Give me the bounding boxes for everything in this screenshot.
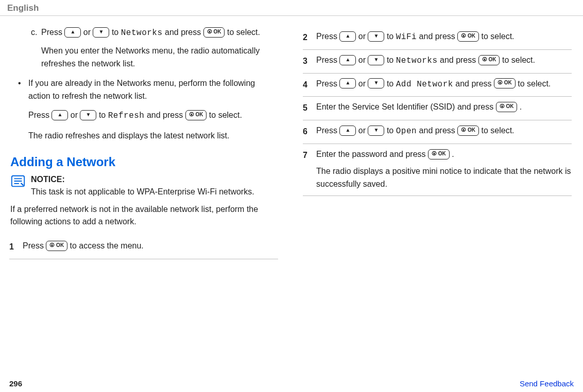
step-4: 4 Press ▲ or ▼ to Add Network and press … (303, 74, 572, 97)
step-num: 6 (303, 124, 316, 138)
bullet-item: • If you are already in the Networks men… (5, 77, 278, 103)
down-key-icon: ▼ (80, 110, 96, 120)
up-key-icon: ▲ (339, 126, 356, 136)
text: to select. (482, 32, 515, 41)
step-num: 5 (303, 101, 316, 115)
text: Press (316, 56, 339, 64)
text: Enter the password and press (316, 150, 428, 158)
step-num: 1 (9, 240, 23, 254)
bullet-mark: • (18, 77, 21, 90)
bullet-text: If you are already in the Networks menu,… (28, 79, 255, 100)
step-2: 2 Press ▲ or ▼ to WiFi and press ⦿ OK to… (303, 26, 572, 50)
step-5: 5 Enter the Service Set Identifier (SSID… (303, 97, 572, 120)
step-body: Press ⦿ OK to access the menu. (23, 240, 278, 254)
text: to (387, 126, 396, 135)
text: Press (316, 79, 339, 88)
step-body: Enter the password and press ⦿ OK . The … (316, 148, 572, 190)
ok-key-icon: ⦿ OK (478, 55, 500, 65)
page-number: 296 (9, 379, 22, 388)
text: to select. (518, 79, 551, 88)
text: Press (28, 111, 52, 119)
substep-c-label: c. (31, 26, 37, 39)
notice-block: NOTICE: This task is not applicable to W… (5, 173, 278, 198)
down-key-icon: ▼ (368, 31, 384, 42)
step-num: 3 (303, 54, 316, 68)
step-3: 3 Press ▲ or ▼ to Networks and press ⦿ O… (303, 50, 572, 74)
ok-key-icon: ⦿ OK (185, 110, 207, 120)
text: to select. (502, 56, 535, 64)
text: to select. (227, 28, 260, 37)
text: and press (419, 126, 458, 135)
text: or (358, 56, 368, 64)
step-6: 6 Press ▲ or ▼ to Open and press ⦿ OK to… (303, 120, 572, 144)
menu-wifi: WiFi (396, 32, 417, 42)
step-num: 4 (303, 78, 316, 92)
text: Press (23, 241, 46, 250)
ok-key-icon: ⦿ OK (494, 78, 516, 88)
down-key-icon: ▼ (368, 126, 384, 136)
up-key-icon: ▲ (339, 55, 356, 65)
refresh-instruction: Press ▲ or ▼ to Refresh and press ⦿ OK t… (5, 109, 278, 122)
step-1: 1 Press ⦿ OK to access the menu. (9, 236, 278, 259)
menu-networks: Networks (396, 56, 438, 65)
text: Press (41, 28, 64, 37)
right-column: 2 Press ▲ or ▼ to WiFi and press ⦿ OK to… (299, 26, 572, 259)
text: or (358, 32, 368, 41)
left-column: c. Press ▲ or ▼ to Networks and press ⦿ … (5, 26, 278, 259)
step-7-result: The radio displays a positive mini notic… (316, 165, 572, 191)
step-num: 2 (303, 30, 316, 44)
send-feedback-link[interactable]: Send Feedback (520, 379, 574, 388)
step-body: Press ▲ or ▼ to WiFi and press ⦿ OK to s… (316, 30, 572, 44)
up-key-icon: ▲ (52, 110, 68, 120)
ok-key-icon: ⦿ OK (496, 102, 518, 112)
refresh-result: The radio refreshes and displays the lat… (5, 130, 278, 142)
text: and press (147, 111, 185, 119)
text: Press (316, 126, 339, 135)
text: to (99, 111, 108, 119)
section-heading: Adding a Network (5, 155, 278, 169)
ok-key-icon: ⦿ OK (428, 149, 450, 159)
menu-add-network: Add Network (396, 80, 453, 89)
text: Press (316, 32, 339, 41)
down-key-icon: ▼ (93, 27, 109, 38)
text: and press (165, 28, 203, 37)
text: and press (440, 56, 478, 64)
ok-key-icon: ⦿ OK (457, 126, 479, 136)
substep-c: c. Press ▲ or ▼ to Networks and press ⦿ … (5, 26, 278, 70)
menu-open: Open (396, 127, 417, 136)
up-key-icon: ▲ (64, 27, 81, 38)
text: or (83, 28, 93, 37)
notice-icon (10, 173, 26, 198)
text: to (387, 32, 396, 41)
down-key-icon: ▼ (368, 78, 384, 88)
footer: 296 Send Feedback (0, 379, 583, 388)
step-7: 7 Enter the password and press ⦿ OK . Th… (303, 144, 572, 196)
text: to (387, 56, 396, 64)
text: Enter the Service Set Identifier (SSID) … (316, 102, 496, 111)
menu-refresh: Refresh (108, 111, 145, 120)
step-body: Press ▲ or ▼ to Networks and press ⦿ OK … (316, 54, 572, 68)
text: to access the menu. (70, 241, 144, 250)
notice-text: NOTICE: This task is not applicable to W… (31, 173, 254, 198)
ok-key-icon: ⦿ OK (46, 241, 67, 251)
step-body: Press ▲ or ▼ to Add Network and press ⦿ … (316, 78, 572, 92)
content-columns: c. Press ▲ or ▼ to Networks and press ⦿ … (0, 16, 583, 259)
text: to select. (209, 111, 242, 119)
text: to select. (482, 126, 515, 135)
text: or (358, 79, 368, 88)
text: to (387, 79, 396, 88)
text: or (71, 111, 80, 119)
ok-key-icon: ⦿ OK (457, 31, 479, 42)
text: or (358, 126, 368, 135)
text: and press (455, 79, 494, 88)
step-body: Press ▲ or ▼ to Open and press ⦿ OK to s… (316, 124, 572, 138)
up-key-icon: ▲ (339, 78, 356, 88)
menu-networks: Networks (121, 28, 163, 38)
text: . (452, 150, 454, 158)
text: to (112, 28, 121, 37)
notice-heading: NOTICE: (31, 175, 65, 184)
ok-key-icon: ⦿ OK (203, 27, 225, 38)
up-key-icon: ▲ (339, 31, 356, 42)
substep-c-desc: When you enter the Networks menu, the ra… (41, 45, 278, 70)
header-language: English (0, 0, 583, 16)
